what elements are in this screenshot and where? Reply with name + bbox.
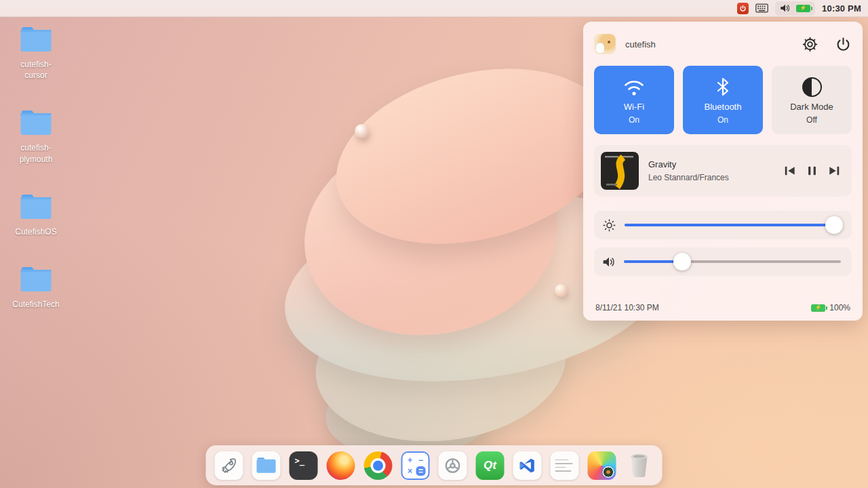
pause-icon[interactable] — [807, 165, 817, 177]
dock-calculator-icon[interactable]: + − × = — [401, 451, 430, 480]
folder-label: cutefish-cursor — [20, 59, 51, 81]
media-player-card[interactable]: Gravity Leo Stannard/Frances — [594, 145, 852, 197]
wallpaper-sphere — [355, 124, 369, 138]
keyboard-icon[interactable] — [755, 1, 768, 15]
desktop: ⚡ 10:30 PM cutefish-cursor cutefish-plym… — [0, 0, 868, 488]
wifi-toggle[interactable]: Wi-Fi On — [594, 66, 674, 134]
control-center-footer: 8/11/21 10:30 PM ⚡ 100% — [594, 302, 852, 312]
desktop-folder-cutefish-plymouth[interactable]: cutefish-plymouth — [8, 109, 64, 164]
control-center-header: cutefish — [594, 30, 852, 58]
top-bar: ⚡ 10:30 PM — [0, 0, 868, 17]
dock-vscode-icon[interactable] — [513, 451, 542, 480]
volume-icon — [602, 256, 616, 268]
dock-file-manager-icon[interactable] — [252, 451, 281, 480]
uget-icon[interactable] — [737, 3, 749, 14]
clock[interactable]: 10:30 PM — [822, 3, 861, 14]
volume-slider-knob[interactable] — [673, 253, 691, 270]
folder-icon — [20, 266, 52, 293]
dock-text-editor-icon[interactable] — [551, 451, 579, 480]
wifi-icon — [622, 75, 646, 98]
folder-icon — [20, 26, 52, 53]
previous-icon[interactable] — [783, 165, 796, 177]
dock: >_ + − × = Qt — [206, 445, 663, 485]
dock-firefox-icon[interactable] — [327, 451, 355, 480]
volume-slider[interactable] — [624, 253, 841, 270]
date-time: 8/11/21 10:30 PM — [595, 303, 659, 312]
brightness-slider[interactable] — [625, 216, 841, 234]
dock-photos-icon[interactable] — [588, 451, 616, 480]
volume-row — [594, 247, 852, 276]
battery-icon: ⚡ — [811, 304, 825, 312]
next-icon[interactable] — [828, 165, 841, 177]
control-center: cutefish Wi-Fi On — [583, 22, 863, 321]
folder-icon — [20, 193, 52, 220]
dock-trash-icon[interactable] — [625, 451, 654, 480]
folder-label: cutefish-plymouth — [20, 142, 53, 164]
desktop-icons: cutefish-cursor cutefish-plymouth Cutefi… — [8, 26, 64, 310]
half-moon-icon — [802, 75, 822, 98]
bluetooth-icon — [715, 75, 730, 98]
dock-settings-icon[interactable] — [439, 451, 467, 480]
desktop-folder-cutefish-cursor[interactable]: cutefish-cursor — [8, 26, 64, 81]
brightness-row — [594, 211, 852, 239]
desktop-folder-cutefishtech[interactable]: CutefishTech — [8, 266, 64, 310]
folder-label: CutefishOS — [15, 226, 56, 237]
brightness-icon — [602, 218, 616, 232]
wallpaper-sphere — [555, 284, 568, 297]
bluetooth-toggle[interactable]: Bluetooth On — [683, 66, 763, 134]
battery-percent: 100% — [829, 303, 850, 312]
dock-terminal-icon[interactable]: >_ — [290, 451, 318, 480]
track-title: Gravity — [648, 159, 729, 169]
quick-toggles: Wi-Fi On Bluetooth On Dark Mode Off — [594, 66, 852, 134]
brightness-slider-knob[interactable] — [825, 216, 843, 234]
dock-launcher-icon[interactable] — [215, 451, 243, 480]
dock-qt-icon[interactable]: Qt — [476, 451, 505, 480]
folder-label: CutefishTech — [12, 299, 59, 310]
desktop-folder-cutefishos[interactable]: CutefishOS — [8, 193, 64, 237]
tray-status-pill[interactable]: ⚡ — [775, 1, 815, 16]
battery-icon[interactable]: ⚡ — [796, 5, 810, 12]
album-art — [601, 152, 639, 190]
user-name: cutefish — [625, 39, 656, 49]
power-icon[interactable] — [835, 36, 852, 53]
user-avatar[interactable] — [594, 34, 616, 54]
settings-gear-icon[interactable] — [802, 36, 818, 53]
volume-icon[interactable] — [780, 1, 791, 15]
dock-chrome-icon[interactable] — [364, 451, 393, 480]
track-artist: Leo Stannard/Frances — [648, 173, 729, 182]
folder-icon — [20, 109, 52, 136]
dark-mode-toggle[interactable]: Dark Mode Off — [772, 66, 852, 134]
